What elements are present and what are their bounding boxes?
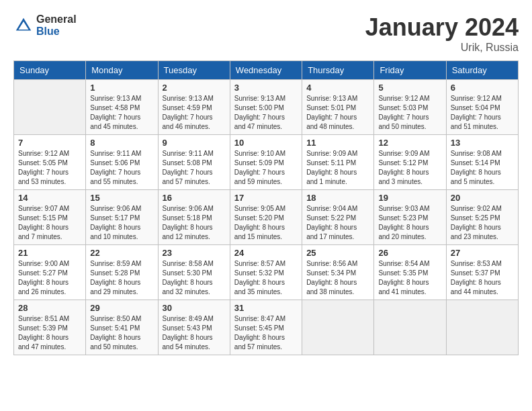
calendar-cell: 4Sunrise: 9:13 AMSunset: 5:01 PMDaylight…: [302, 80, 374, 135]
day-info: Sunrise: 8:49 AMSunset: 5:43 PMDaylight:…: [163, 314, 226, 352]
calendar-cell: 21Sunrise: 9:00 AMSunset: 5:27 PMDayligh…: [14, 245, 86, 300]
day-info: Sunrise: 8:57 AMSunset: 5:32 PMDaylight:…: [234, 259, 298, 297]
day-number: 7: [18, 138, 81, 148]
calendar-cell: 23Sunrise: 8:58 AMSunset: 5:30 PMDayligh…: [158, 245, 230, 300]
day-number: 19: [378, 193, 441, 203]
calendar-cell: 19Sunrise: 9:03 AMSunset: 5:23 PMDayligh…: [374, 190, 446, 245]
day-number: 9: [163, 138, 226, 148]
day-info: Sunrise: 9:13 AMSunset: 5:00 PMDaylight:…: [234, 94, 298, 132]
day-number: 12: [378, 138, 441, 148]
day-info: Sunrise: 9:08 AMSunset: 5:14 PMDaylight:…: [451, 149, 514, 187]
day-info: Sunrise: 9:12 AMSunset: 5:05 PMDaylight:…: [18, 149, 81, 187]
calendar-cell: 8Sunrise: 9:11 AMSunset: 5:06 PMDaylight…: [86, 135, 158, 190]
calendar-cell: 27Sunrise: 8:53 AMSunset: 5:37 PMDayligh…: [446, 245, 518, 300]
calendar-cell: 16Sunrise: 9:06 AMSunset: 5:18 PMDayligh…: [158, 190, 230, 245]
title-section: January 2024 Urik, Russia: [365, 13, 519, 54]
day-number: 5: [378, 83, 441, 93]
day-number: 4: [306, 83, 369, 93]
day-number: 3: [234, 83, 298, 93]
calendar-cell: 15Sunrise: 9:06 AMSunset: 5:17 PMDayligh…: [86, 190, 158, 245]
day-number: 1: [90, 83, 153, 93]
day-number: 10: [234, 138, 298, 148]
day-info: Sunrise: 9:09 AMSunset: 5:11 PMDaylight:…: [306, 149, 369, 187]
calendar-cell: 5Sunrise: 9:12 AMSunset: 5:03 PMDaylight…: [374, 80, 446, 135]
weekday-header: Friday: [374, 61, 446, 80]
day-info: Sunrise: 9:13 AMSunset: 4:58 PMDaylight:…: [90, 94, 153, 132]
day-number: 14: [18, 193, 81, 203]
day-number: 16: [163, 193, 226, 203]
calendar-cell: 29Sunrise: 8:50 AMSunset: 5:41 PMDayligh…: [86, 300, 158, 355]
day-number: 25: [306, 248, 369, 258]
day-info: Sunrise: 9:11 AMSunset: 5:08 PMDaylight:…: [163, 149, 226, 187]
calendar-cell: 28Sunrise: 8:51 AMSunset: 5:39 PMDayligh…: [14, 300, 86, 355]
calendar-cell: 2Sunrise: 9:13 AMSunset: 4:59 PMDaylight…: [158, 80, 230, 135]
day-number: 18: [306, 193, 369, 203]
calendar-cell: 17Sunrise: 9:05 AMSunset: 5:20 PMDayligh…: [230, 190, 302, 245]
day-info: Sunrise: 9:03 AMSunset: 5:23 PMDaylight:…: [378, 204, 441, 242]
calendar-cell: 25Sunrise: 8:56 AMSunset: 5:34 PMDayligh…: [302, 245, 374, 300]
day-number: 8: [90, 138, 153, 148]
day-number: 31: [234, 303, 298, 313]
calendar-header-row: SundayMondayTuesdayWednesdayThursdayFrid…: [14, 61, 519, 80]
day-info: Sunrise: 9:13 AMSunset: 5:01 PMDaylight:…: [306, 94, 369, 132]
day-number: 21: [18, 248, 81, 258]
day-info: Sunrise: 9:04 AMSunset: 5:22 PMDaylight:…: [306, 204, 369, 242]
calendar-cell: 11Sunrise: 9:09 AMSunset: 5:11 PMDayligh…: [302, 135, 374, 190]
day-info: Sunrise: 9:12 AMSunset: 5:04 PMDaylight:…: [451, 94, 514, 132]
day-number: 22: [90, 248, 153, 258]
calendar-cell: [374, 300, 446, 355]
calendar-cell: 6Sunrise: 9:12 AMSunset: 5:04 PMDaylight…: [446, 80, 518, 135]
calendar-cell: 13Sunrise: 9:08 AMSunset: 5:14 PMDayligh…: [446, 135, 518, 190]
calendar-cell: 10Sunrise: 9:10 AMSunset: 5:09 PMDayligh…: [230, 135, 302, 190]
calendar-cell: 31Sunrise: 8:47 AMSunset: 5:45 PMDayligh…: [230, 300, 302, 355]
day-number: 29: [90, 303, 153, 313]
day-info: Sunrise: 8:47 AMSunset: 5:45 PMDaylight:…: [234, 314, 298, 352]
day-info: Sunrise: 8:59 AMSunset: 5:28 PMDaylight:…: [90, 259, 153, 297]
day-info: Sunrise: 9:06 AMSunset: 5:17 PMDaylight:…: [90, 204, 153, 242]
day-number: 20: [451, 193, 514, 203]
day-number: 28: [18, 303, 81, 313]
calendar-cell: 18Sunrise: 9:04 AMSunset: 5:22 PMDayligh…: [302, 190, 374, 245]
calendar-cell: [14, 80, 86, 135]
weekday-header: Sunday: [14, 61, 86, 80]
day-info: Sunrise: 8:56 AMSunset: 5:34 PMDaylight:…: [306, 259, 369, 297]
day-info: Sunrise: 8:51 AMSunset: 5:39 PMDaylight:…: [18, 314, 81, 352]
calendar-cell: 24Sunrise: 8:57 AMSunset: 5:32 PMDayligh…: [230, 245, 302, 300]
day-info: Sunrise: 8:58 AMSunset: 5:30 PMDaylight:…: [163, 259, 226, 297]
logo-text: General Blue: [36, 13, 77, 37]
location: Urik, Russia: [365, 42, 519, 54]
calendar-cell: 14Sunrise: 9:07 AMSunset: 5:15 PMDayligh…: [14, 190, 86, 245]
calendar-week-row: 14Sunrise: 9:07 AMSunset: 5:15 PMDayligh…: [14, 190, 519, 245]
day-number: 11: [306, 138, 369, 148]
day-info: Sunrise: 9:10 AMSunset: 5:09 PMDaylight:…: [234, 149, 298, 187]
calendar-week-row: 21Sunrise: 9:00 AMSunset: 5:27 PMDayligh…: [14, 245, 519, 300]
weekday-header: Saturday: [446, 61, 518, 80]
day-number: 30: [163, 303, 226, 313]
logo-blue-text: Blue: [36, 26, 77, 38]
calendar-cell: [302, 300, 374, 355]
day-info: Sunrise: 8:50 AMSunset: 5:41 PMDaylight:…: [90, 314, 153, 352]
day-number: 2: [163, 83, 226, 93]
day-number: 15: [90, 193, 153, 203]
day-info: Sunrise: 8:54 AMSunset: 5:35 PMDaylight:…: [378, 259, 441, 297]
weekday-header: Monday: [86, 61, 158, 80]
day-number: 26: [378, 248, 441, 258]
page-header: General Blue January 2024 Urik, Russia: [13, 13, 519, 54]
day-info: Sunrise: 9:05 AMSunset: 5:20 PMDaylight:…: [234, 204, 298, 242]
day-info: Sunrise: 9:00 AMSunset: 5:27 PMDaylight:…: [18, 259, 81, 297]
day-number: 17: [234, 193, 298, 203]
day-number: 27: [451, 248, 514, 258]
logo-icon: [13, 15, 34, 36]
calendar-cell: 12Sunrise: 9:09 AMSunset: 5:12 PMDayligh…: [374, 135, 446, 190]
weekday-header: Thursday: [302, 61, 374, 80]
calendar-week-row: 7Sunrise: 9:12 AMSunset: 5:05 PMDaylight…: [14, 135, 519, 190]
month-title: January 2024: [365, 13, 519, 42]
calendar-cell: [446, 300, 518, 355]
day-number: 13: [451, 138, 514, 148]
calendar-cell: 22Sunrise: 8:59 AMSunset: 5:28 PMDayligh…: [86, 245, 158, 300]
day-number: 23: [163, 248, 226, 258]
day-number: 24: [234, 248, 298, 258]
day-info: Sunrise: 8:53 AMSunset: 5:37 PMDaylight:…: [451, 259, 514, 297]
calendar-cell: 7Sunrise: 9:12 AMSunset: 5:05 PMDaylight…: [14, 135, 86, 190]
weekday-header: Wednesday: [230, 61, 302, 80]
